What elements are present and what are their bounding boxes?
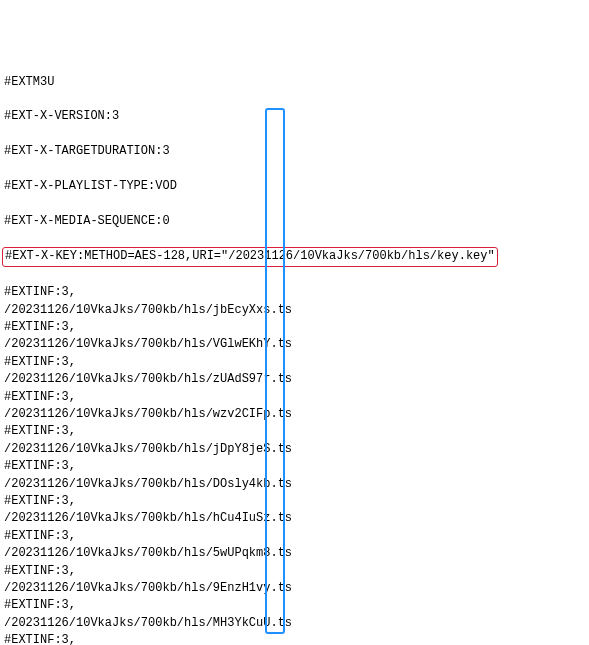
segment-line: /20231126/10VkaJks/700kb/hls/VGlwEKhY.ts bbox=[4, 336, 585, 353]
extinf-line: #EXTINF:3, bbox=[4, 493, 585, 510]
extinf-line: #EXTINF:3, bbox=[4, 423, 585, 440]
version-line: #EXT-X-VERSION:3 bbox=[4, 108, 585, 125]
extinf-line: #EXTINF:3, bbox=[4, 458, 585, 475]
playlist-type-line: #EXT-X-PLAYLIST-TYPE:VOD bbox=[4, 178, 585, 195]
media-sequence-line: #EXT-X-MEDIA-SEQUENCE:0 bbox=[4, 213, 585, 230]
segment-line: /20231126/10VkaJks/700kb/hls/9EnzH1vy.ts bbox=[4, 580, 585, 597]
segments-list: #EXTINF:3,/20231126/10VkaJks/700kb/hls/j… bbox=[4, 284, 585, 645]
segment-line: /20231126/10VkaJks/700kb/hls/DOsly4kb.ts bbox=[4, 476, 585, 493]
extinf-line: #EXTINF:3, bbox=[4, 528, 585, 545]
segment-line: /20231126/10VkaJks/700kb/hls/zUAdS97r.ts bbox=[4, 371, 585, 388]
segment-line: /20231126/10VkaJks/700kb/hls/jbEcyXxs.ts bbox=[4, 302, 585, 319]
extinf-line: #EXTINF:3, bbox=[4, 632, 585, 645]
extinf-line: #EXTINF:3, bbox=[4, 389, 585, 406]
segment-line: /20231126/10VkaJks/700kb/hls/wzv2CIFp.ts bbox=[4, 406, 585, 423]
segment-line: /20231126/10VkaJks/700kb/hls/jDpY8jeS.ts bbox=[4, 441, 585, 458]
key-line-highlighted: #EXT-X-KEY:METHOD=AES-128,URI="/20231126… bbox=[2, 247, 498, 266]
extinf-line: #EXTINF:3, bbox=[4, 563, 585, 580]
extinf-line: #EXTINF:3, bbox=[4, 597, 585, 614]
segment-line: /20231126/10VkaJks/700kb/hls/5wUPqkm8.ts bbox=[4, 545, 585, 562]
m3u-header-line: #EXTM3U bbox=[4, 74, 585, 91]
segment-line: /20231126/10VkaJks/700kb/hls/MH3YkCuU.ts bbox=[4, 615, 585, 632]
extinf-line: #EXTINF:3, bbox=[4, 319, 585, 336]
extinf-line: #EXTINF:3, bbox=[4, 284, 585, 301]
extinf-line: #EXTINF:3, bbox=[4, 354, 585, 371]
segment-line: /20231126/10VkaJks/700kb/hls/hCu4IuSz.ts bbox=[4, 510, 585, 527]
target-duration-line: #EXT-X-TARGETDURATION:3 bbox=[4, 143, 585, 160]
